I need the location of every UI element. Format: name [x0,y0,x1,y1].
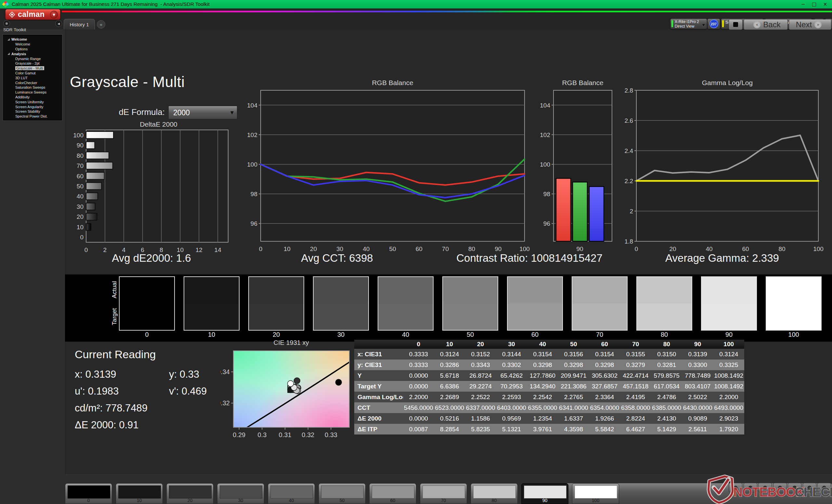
sidebar-item-analysis[interactable]: Analysis [3,51,62,56]
gray-patch-button-100[interactable]: 100 [572,483,619,504]
svg-text:30: 30 [336,246,343,252]
tool-dot-icon [763,486,767,490]
gray-patch-button-50[interactable]: 50 [318,483,366,504]
sidebar-item-options[interactable]: Options [3,47,62,52]
sidebar-item-color-gamut[interactable]: Color Gamut [3,71,62,76]
add-tab-button[interactable]: + [97,20,105,29]
target-half [184,304,239,330]
swatch-level-label: 20 [248,331,304,338]
grayscale-swatch-100 [766,276,822,331]
meter-status-indicator [672,20,673,27]
svg-text:Gamma Log/Log: Gamma Log/Log [702,79,753,86]
sidebar-item-screen-uniformity[interactable]: Screen Uniformity [3,100,62,104]
sidebar-item-welcome[interactable]: Welcome [3,37,62,42]
sidebar-item-3d-lut[interactable]: 3D LUT [3,75,62,80]
gray-patch-button-30[interactable]: 30 [217,483,264,504]
meter-tool-button-3[interactable] [758,483,772,492]
back-arrow-icon: « [753,21,760,28]
sidebar-item-grayscale-multi[interactable]: Grayscale - Multi [3,66,62,71]
table-row: y: CIE310.33330.32860.33430.33020.32980.… [354,360,744,370]
tab-history-1[interactable]: History 1 [64,19,95,30]
svg-text:0.32: 0.32 [302,431,314,439]
actual-half [184,277,239,304]
gray-patch-button-60[interactable]: 60 [369,483,416,504]
sidebar-item-welcome[interactable]: Welcome [3,42,62,47]
next-button[interactable]: Next » [789,19,831,30]
grayscale-swatch-70 [572,276,628,331]
svg-text:60: 60 [416,246,422,252]
patch-color [321,485,364,499]
tool-dot-icon [822,486,826,490]
average-gamma-stat: Average Gamma: 2.339 [665,252,779,264]
patch-color [422,485,465,499]
target-half [508,304,562,330]
svg-text:90: 90 [576,246,583,252]
patch-label: 0 [65,498,112,503]
patch-label: 100 [572,498,619,503]
expander-icon[interactable] [7,53,10,55]
svg-text:RGB Balance: RGB Balance [562,79,603,86]
svg-text:2: 2 [103,247,107,253]
meter-tool-button-7[interactable] [817,483,831,492]
sidebar-item-colorchecker[interactable]: ColorChecker [3,80,62,85]
gray-patch-button-0[interactable]: 0 [65,483,112,504]
stop-button[interactable] [729,19,743,30]
meter-tool-button-2[interactable] [744,483,757,492]
svg-text:2.6: 2.6 [625,117,633,124]
target-half [378,304,433,330]
sidebar-item-spectral-power-dist-[interactable]: Spectral Power Dist. [3,114,62,119]
sidebar-item-dynamic-range[interactable]: Dynamic Range [3,56,62,61]
meter-tool-button-1[interactable] [729,483,742,492]
gray-patch-button-20[interactable]: 20 [166,483,213,504]
svg-text:DeltaE 2000: DeltaE 2000 [140,120,178,128]
svg-text:90: 90 [495,246,501,252]
meter-tool-button-4[interactable] [773,483,787,492]
meter-count-value: 237 [709,20,718,28]
sidebar-item-grayscale-2pt[interactable]: Grayscale - 2pt [3,61,62,66]
table-row: Y0.00005.671826.872465.4262127.7860209.9… [354,370,744,381]
back-button[interactable]: « Back [744,19,788,30]
gray-patch-button-70[interactable]: 70 [420,483,467,504]
rgb-balance-bar-chart: RGB Balance969810010210490 [540,78,623,255]
meter-tool-button-5[interactable] [788,483,802,492]
svg-text:98: 98 [543,191,550,197]
measurement-table: 0102030405060708090100x: CIE310.33330.31… [354,340,744,435]
sidebar-item-screen-stability[interactable]: Screen Stability [3,109,62,114]
meter-dropdown[interactable]: X-Rite i1Pro 2 Direct View ▼ [670,19,707,29]
gray-patch-button-40[interactable]: 40 [268,483,315,504]
actual-axis-label: Actual [111,275,118,304]
svg-text:1.8: 1.8 [625,238,633,245]
close-button[interactable]: × [820,0,831,8]
gray-patch-button-10[interactable]: 10 [116,483,163,504]
grayscale-swatch-80 [636,276,692,331]
meter-count-badge[interactable]: 237 [707,19,720,29]
maximize-button[interactable]: □ [809,0,820,8]
calman-menu-button[interactable]: calman ▼ [5,9,60,20]
avg-cct-stat: Avg CCT: 6398 [301,252,373,264]
sidebar-item-additivity[interactable]: Additivity [3,95,62,100]
svg-text:60: 60 [77,173,83,179]
svg-text:10: 10 [284,246,290,252]
actual-half [120,277,174,304]
svg-text:96: 96 [543,220,550,227]
gray-patch-button-80[interactable]: 80 [471,483,518,504]
svg-text:104: 104 [540,102,550,109]
patch-color [169,485,212,499]
tool-dot-icon [749,486,752,490]
gray-patch-button-90[interactable]: 90 [521,483,568,504]
calman-menu-chevron-icon[interactable]: ▼ [50,11,58,19]
svg-text:0.32: 0.32 [220,399,230,407]
sidebar-item-luminance-sweeps[interactable]: Luminance Sweeps [3,90,62,95]
de-formula-select[interactable]: 2000 ▼ [168,106,237,119]
chevron-down-icon: ▼ [702,23,705,27]
sidebar-pin-button[interactable] [3,20,10,27]
minimize-button[interactable]: − [798,0,809,8]
sidebar-item-saturation-sweeps[interactable]: Saturation Sweeps [3,85,62,90]
expander-icon[interactable] [7,38,10,40]
sidebar-collapse-icon[interactable]: ◀ [55,20,62,27]
sidebar-item-screen-angularity[interactable]: Screen Angularity [3,104,62,109]
actual-half [572,277,627,304]
svg-text:2.2: 2.2 [625,178,633,185]
table-row: ΔE 20000.00000.52161.15860.95691.23541.6… [354,413,744,424]
meter-tool-button-6[interactable] [803,483,816,492]
